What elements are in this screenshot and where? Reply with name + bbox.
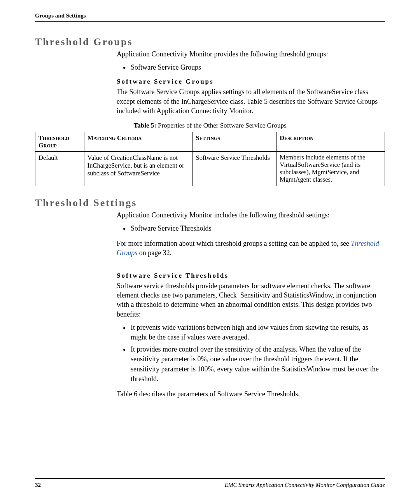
section1-content: Application Connectivity Monitor provide… xyxy=(117,49,385,116)
subheading-ssg: Software Service Groups xyxy=(117,78,385,86)
more-info-before: For more information about which thresho… xyxy=(117,240,351,247)
list-item: Software Service Thresholds xyxy=(130,224,385,233)
subheading-sst: Software Service Thresholds xyxy=(117,272,385,280)
list-item: Software Service Groups xyxy=(130,63,385,72)
td-group: Default xyxy=(35,151,84,186)
th-settings: Settings xyxy=(192,132,276,151)
properties-table: Threshold Group Matching Criteria Settin… xyxy=(35,132,385,186)
section2-intro: Application Connectivity Monitor include… xyxy=(117,210,385,220)
td-settings: Software Service Thresholds xyxy=(192,151,276,186)
th-group: Threshold Group xyxy=(35,132,84,151)
td-criteria: Value of CreationClassName is not InChar… xyxy=(84,151,192,186)
td-description: Members include elements of the VirtualS… xyxy=(276,151,385,186)
ssg-paragraph: The Software Service Groups applies sett… xyxy=(117,87,385,116)
list-item: It prevents wide variations between high… xyxy=(130,323,385,342)
section2-bullet-list: Software Service Thresholds xyxy=(117,224,385,233)
footer-title: EMC Smarts Application Connectivity Moni… xyxy=(225,482,385,488)
heading-threshold-groups: Threshold Groups xyxy=(35,36,385,48)
table-header-row: Threshold Group Matching Criteria Settin… xyxy=(35,132,385,151)
th-criteria: Matching Criteria xyxy=(84,132,192,151)
section1-bullet-list: Software Service Groups xyxy=(117,63,385,72)
table-caption-label: Table 5: xyxy=(133,122,156,129)
document-page: Groups and Settings Threshold Groups App… xyxy=(0,0,420,504)
th-description: Description xyxy=(276,132,385,151)
table-caption: Table 5: Properties of the Other Softwar… xyxy=(35,122,385,130)
heading-threshold-settings: Threshold Settings xyxy=(35,197,385,209)
page-number: 32 xyxy=(35,482,41,488)
page-footer: 32 EMC Smarts Application Connectivity M… xyxy=(35,478,385,488)
list-item: It provides more control over the sensit… xyxy=(130,345,385,384)
running-head: Groups and Settings xyxy=(35,12,385,22)
sst-closing: Table 6 describes the parameters of Soft… xyxy=(117,389,385,399)
section2-content: Application Connectivity Monitor include… xyxy=(117,210,385,399)
table-caption-text: Properties of the Other Software Service… xyxy=(156,122,287,129)
more-info-after: on page 32. xyxy=(137,249,172,257)
sst-paragraph: Software service thresholds provide para… xyxy=(117,281,385,319)
table-row: Default Value of CreationClassName is no… xyxy=(35,151,385,186)
section1-intro: Application Connectivity Monitor provide… xyxy=(117,49,385,59)
section2-more-info: For more information about which thresho… xyxy=(117,239,385,258)
sst-benefits-list: It prevents wide variations between high… xyxy=(117,323,385,384)
